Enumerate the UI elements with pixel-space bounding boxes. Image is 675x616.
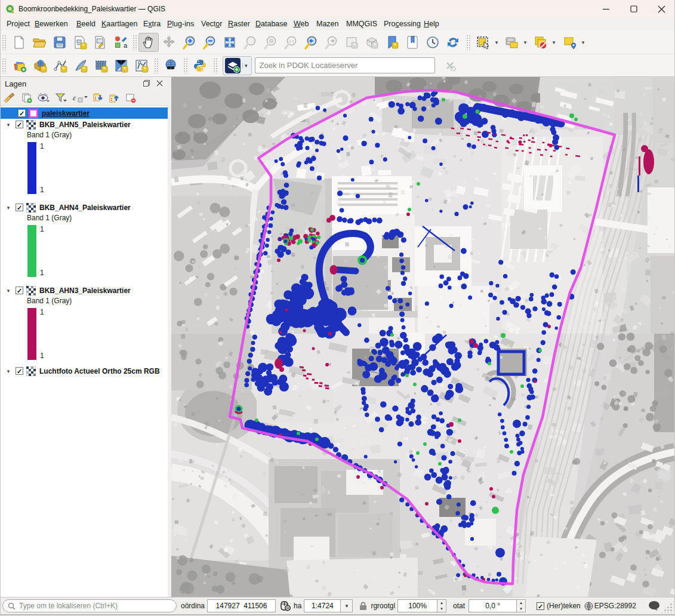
svg-text:*: * xyxy=(83,66,85,72)
svg-text:*: * xyxy=(63,66,65,72)
svg-text:1:1: 1:1 xyxy=(289,39,294,43)
svg-text:*: * xyxy=(144,66,146,72)
svg-text:*: * xyxy=(103,66,106,72)
svg-text:*: * xyxy=(374,42,376,48)
svg-text:*: * xyxy=(82,42,85,49)
svg-text:*: * xyxy=(124,66,126,72)
svg-text:a: a xyxy=(124,42,128,49)
svg-text:*: * xyxy=(42,66,45,72)
svg-text:*: * xyxy=(353,42,356,48)
svg-text:*: * xyxy=(394,42,396,48)
svg-text:ε: ε xyxy=(73,93,76,102)
